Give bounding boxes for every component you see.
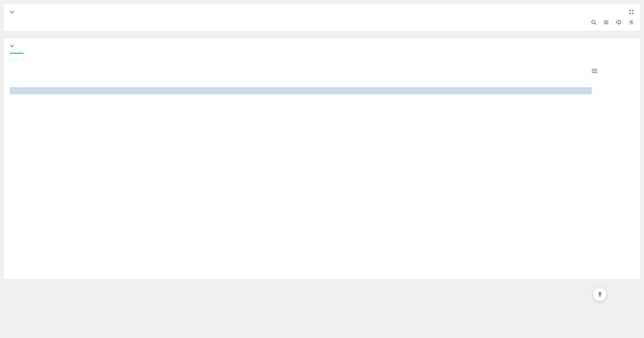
chart-menu-icon[interactable] bbox=[592, 68, 597, 73]
status-tabbar bbox=[10, 19, 634, 25]
cloud-download-icon[interactable] bbox=[616, 19, 622, 25]
status-card-header bbox=[10, 9, 634, 15]
tab-futures-binance-sol-usdt[interactable] bbox=[10, 53, 24, 60]
status-info-card bbox=[4, 4, 640, 31]
expand-fullscreen-icon[interactable] bbox=[628, 9, 634, 15]
collapse-chevron-icon[interactable] bbox=[10, 44, 14, 48]
earnings-card-header bbox=[10, 44, 634, 48]
collapse-chevron-icon[interactable] bbox=[10, 10, 14, 14]
chart-navigator[interactable] bbox=[10, 87, 592, 94]
earnings-tabbar bbox=[10, 53, 634, 60]
menu-columns-icon[interactable] bbox=[603, 19, 609, 25]
stats-row bbox=[10, 68, 634, 75]
scroll-to-top-button[interactable] bbox=[593, 288, 606, 301]
table-toolbar-icons bbox=[591, 19, 634, 25]
search-icon[interactable] bbox=[591, 19, 597, 25]
earnings-overview-card bbox=[4, 38, 640, 279]
settings-gear-icon[interactable] bbox=[628, 19, 634, 25]
